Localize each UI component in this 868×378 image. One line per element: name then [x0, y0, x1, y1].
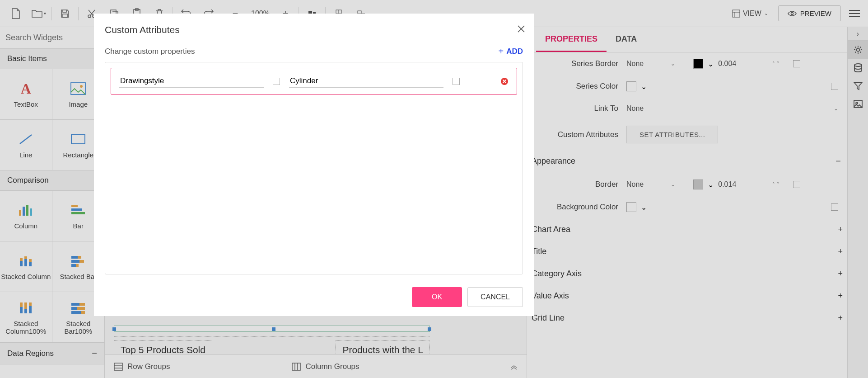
dialog-title: Custom Attributes: [94, 24, 534, 46]
dialog-subtitle: Change custom properties: [105, 47, 195, 56]
delete-attribute-button[interactable]: [500, 77, 509, 85]
attribute-value-fx-checkbox[interactable]: [453, 78, 460, 85]
attribute-list: [105, 62, 523, 274]
cancel-button[interactable]: CANCEL: [467, 287, 523, 307]
custom-attributes-dialog: Custom Attributes Change custom properti…: [94, 14, 534, 316]
attribute-name-fx-checkbox[interactable]: [273, 78, 280, 85]
plus-icon: +: [498, 46, 504, 57]
attribute-row: [111, 68, 517, 94]
add-attribute-button[interactable]: + ADD: [498, 46, 523, 57]
attribute-value-input[interactable]: [289, 75, 443, 88]
dialog-close-button[interactable]: [518, 25, 525, 33]
attribute-name-input[interactable]: [119, 75, 264, 88]
ok-button[interactable]: OK: [412, 287, 462, 307]
